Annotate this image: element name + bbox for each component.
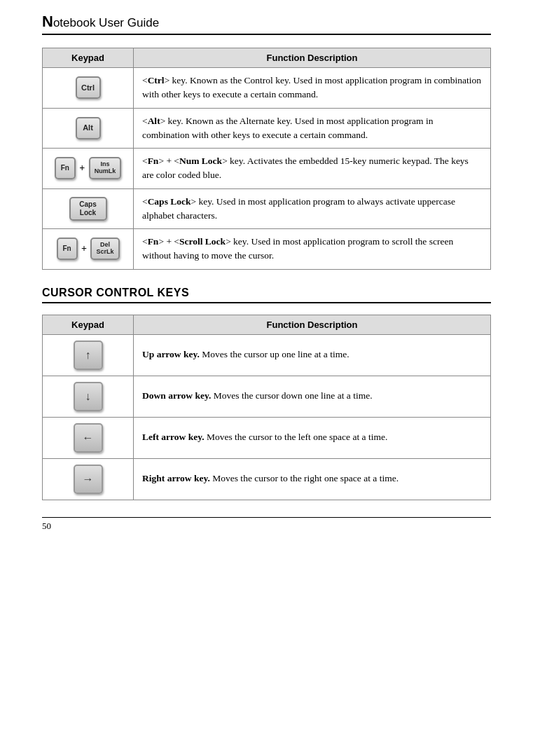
- desc-cell-fn-scrlk: <Fn> + <Scroll Lock> key. Used in most a…: [134, 229, 491, 270]
- ctrl-key: Ctrl: [76, 76, 101, 99]
- keypad-cell-fn-numlk: Fn + InsNumLk: [43, 149, 134, 189]
- section2-title: Cursor Control Keys: [42, 287, 189, 298]
- table1-col1-header: Keypad: [43, 48, 134, 68]
- desc-cell-ctrl: <Ctrl> key. Known as the Control key. Us…: [134, 68, 491, 109]
- alt-key: Alt: [76, 117, 101, 139]
- up-arrow-key: ↑: [74, 341, 103, 370]
- desc-cell-capslock: <Caps Lock> key. Used in most applicatio…: [134, 188, 491, 229]
- page-number: 50: [42, 521, 51, 531]
- plus-sign: +: [79, 163, 85, 174]
- desc-cell-down: Down arrow key. Moves the cursor down on…: [134, 376, 491, 417]
- title-rest: otebook User Guide: [53, 16, 159, 29]
- table-row: ← Left arrow key. Moves the cursor to th…: [43, 417, 491, 458]
- table2-col1-header: Keypad: [43, 315, 134, 334]
- page-footer: 50: [42, 517, 491, 532]
- table-row: ↓ Down arrow key. Moves the cursor down …: [43, 376, 491, 417]
- table1-col2-header: Function Description: [134, 48, 491, 68]
- section2-heading: Cursor Control Keys: [42, 287, 491, 303]
- desc-cell-up: Up arrow key. Moves the cursor up one li…: [134, 334, 491, 376]
- keypad-table-2: Keypad Function Description ↑ Up arrow k…: [42, 315, 491, 500]
- keypad-cell-fn-scrlk: Fn + DelScrLk: [43, 229, 134, 270]
- numlk-key: InsNumLk: [89, 157, 122, 179]
- desc-cell-right: Right arrow key. Moves the cursor to the…: [134, 458, 491, 500]
- keypad-cell-right: →: [43, 458, 134, 500]
- plus-sign-2: +: [81, 243, 87, 254]
- keypad-cell-capslock: CapsLock: [43, 188, 134, 229]
- desc-cell-fn-numlk: <Fn> + <Num Lock> key. Activates the emb…: [134, 149, 491, 189]
- desc-cell-left: Left arrow key. Moves the cursor to the …: [134, 417, 491, 458]
- table-row: → Right arrow key. Moves the cursor to t…: [43, 458, 491, 500]
- keypad-cell-down: ↓: [43, 376, 134, 417]
- table-row: Fn + DelScrLk <Fn> + <Scroll Lock> key. …: [43, 229, 491, 270]
- keypad-cell-left: ←: [43, 417, 134, 458]
- keypad-cell-ctrl: Ctrl: [43, 68, 134, 109]
- left-arrow-key: ←: [74, 423, 103, 453]
- keypad-table-1: Keypad Function Description Ctrl <Ctrl> …: [42, 48, 491, 270]
- page-container: Notebook User Guide Keypad Function Desc…: [0, 0, 533, 553]
- table-row: Fn + InsNumLk <Fn> + <Num Lock> key. Act…: [43, 149, 491, 189]
- desc-cell-alt: <Alt> key. Known as the Alternate key. U…: [134, 108, 491, 149]
- right-arrow-key: →: [74, 465, 103, 494]
- keypad-cell-alt: Alt: [43, 108, 134, 149]
- table-row: ↑ Up arrow key. Moves the cursor up one …: [43, 334, 491, 376]
- scrlk-key: DelScrLk: [90, 238, 119, 260]
- keypad-cell-up: ↑: [43, 334, 134, 376]
- table-row: Alt <Alt> key. Known as the Alternate ke…: [43, 108, 491, 149]
- page-header: Notebook User Guide: [42, 13, 491, 35]
- page-title: Notebook User Guide: [42, 16, 159, 29]
- capslock-key: CapsLock: [69, 197, 107, 221]
- table-row: CapsLock <Caps Lock> key. Used in most a…: [43, 188, 491, 229]
- fn-key: Fn: [55, 157, 76, 179]
- table2-col2-header: Function Description: [134, 315, 491, 334]
- fn-key-2: Fn: [57, 238, 78, 260]
- down-arrow-key: ↓: [74, 382, 103, 411]
- title-big-n: N: [42, 13, 53, 30]
- table-row: Ctrl <Ctrl> key. Known as the Control ke…: [43, 68, 491, 109]
